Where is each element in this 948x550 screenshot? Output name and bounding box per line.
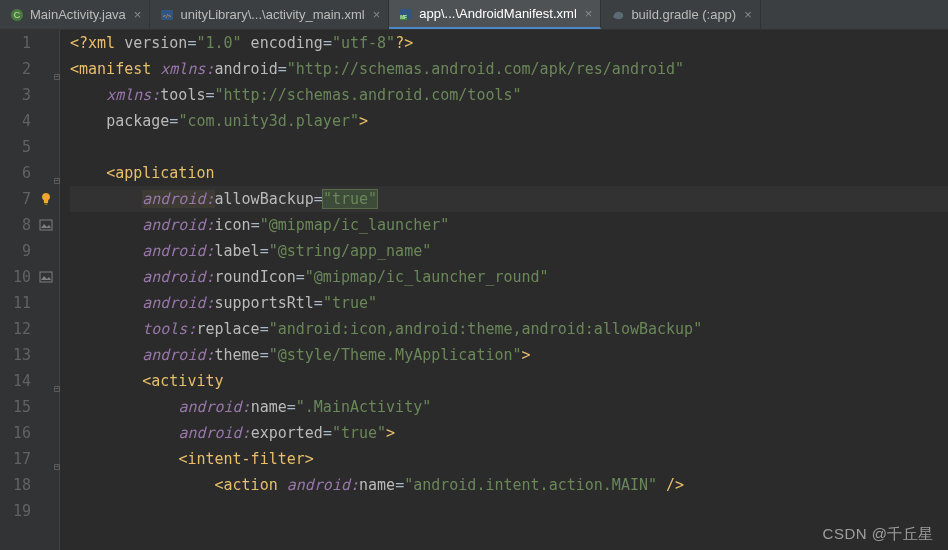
line-number: 14⊟ (0, 368, 59, 394)
line-number: 17⊟ (0, 446, 59, 472)
code-line (70, 134, 948, 160)
editor-tabs: C MainActivity.java × </> unityLibrary\.… (0, 0, 948, 30)
code-line: <activity (70, 368, 948, 394)
code-line: <intent-filter> (70, 446, 948, 472)
fold-icon[interactable]: ⊟ (50, 454, 60, 464)
close-icon[interactable]: × (585, 6, 593, 21)
line-number: 18 (0, 472, 59, 498)
tab-label: app\...\AndroidManifest.xml (419, 6, 577, 21)
line-number: 8 (0, 212, 59, 238)
image-icon[interactable] (39, 218, 53, 232)
line-number: 19 (0, 498, 59, 524)
svg-text:MF: MF (401, 15, 408, 20)
line-number: 7 (0, 186, 59, 212)
watermark: CSDN @千丘星 (823, 525, 934, 544)
code-line (70, 498, 948, 524)
tab-main-activity[interactable]: C MainActivity.java × (0, 0, 150, 29)
code-line: xmlns:tools="http://schemas.android.com/… (70, 82, 948, 108)
line-number: 5 (0, 134, 59, 160)
line-number: 15 (0, 394, 59, 420)
class-icon: C (10, 8, 24, 22)
line-number: 10 (0, 264, 59, 290)
line-number: 16 (0, 420, 59, 446)
gradle-icon (611, 8, 625, 22)
fold-icon[interactable]: ⊟ (50, 64, 60, 74)
svg-rect-8 (40, 220, 52, 230)
svg-text:</>: </> (163, 13, 172, 19)
tab-build-gradle[interactable]: build.gradle (:app) × (601, 0, 760, 29)
code-area[interactable]: <?xml version="1.0" encoding="utf-8"?> <… (60, 30, 948, 550)
code-line: android:label="@string/app_name" (70, 238, 948, 264)
line-number: 6⊟ (0, 160, 59, 186)
code-line: android:name=".MainActivity" (70, 394, 948, 420)
manifest-icon: MF (399, 7, 413, 21)
code-line: android:icon="@mipmap/ic_launcher" (70, 212, 948, 238)
code-line: <?xml version="1.0" encoding="utf-8"?> (70, 30, 948, 56)
fold-icon[interactable]: ⊟ (50, 376, 60, 386)
tab-activity-main-xml[interactable]: </> unityLibrary\...\activity_main.xml × (150, 0, 389, 29)
line-number: 4 (0, 108, 59, 134)
code-line: <manifest xmlns:android="http://schemas.… (70, 56, 948, 82)
line-number: 12 (0, 316, 59, 342)
line-number: 11 (0, 290, 59, 316)
svg-rect-9 (40, 272, 52, 282)
line-number: 3 (0, 82, 59, 108)
code-line: android:theme="@style/Theme.MyApplicatio… (70, 342, 948, 368)
close-icon[interactable]: × (373, 7, 381, 22)
svg-text:C: C (14, 10, 21, 20)
code-line: android:supportsRtl="true" (70, 290, 948, 316)
code-line: <application (70, 160, 948, 186)
fold-icon[interactable]: ⊟ (50, 168, 60, 178)
line-number: 2⊟ (0, 56, 59, 82)
close-icon[interactable]: × (134, 7, 142, 22)
xml-icon: </> (160, 8, 174, 22)
code-line: android:exported="true"> (70, 420, 948, 446)
code-line: package="com.unity3d.player"> (70, 108, 948, 134)
code-line: tools:replace="android:icon,android:them… (70, 316, 948, 342)
code-editor[interactable]: 1 2⊟ 3 4 5 6⊟ 7 8 9 10 11 12 13 14⊟ 15 1… (0, 30, 948, 550)
code-line-current: android:allowBackup="true" (70, 186, 948, 212)
tab-label: unityLibrary\...\activity_main.xml (180, 7, 364, 22)
line-number: 1 (0, 30, 59, 56)
tab-android-manifest[interactable]: MF app\...\AndroidManifest.xml × (389, 0, 601, 29)
image-icon[interactable] (39, 270, 53, 284)
tab-label: build.gradle (:app) (631, 7, 736, 22)
tab-label: MainActivity.java (30, 7, 126, 22)
gutter: 1 2⊟ 3 4 5 6⊟ 7 8 9 10 11 12 13 14⊟ 15 1… (0, 30, 60, 550)
code-line: android:roundIcon="@mipmap/ic_launcher_r… (70, 264, 948, 290)
lightbulb-icon[interactable] (39, 192, 53, 206)
close-icon[interactable]: × (744, 7, 752, 22)
line-number: 13 (0, 342, 59, 368)
svg-rect-7 (45, 204, 48, 205)
code-line: <action android:name="android.intent.act… (70, 472, 948, 498)
line-number: 9 (0, 238, 59, 264)
